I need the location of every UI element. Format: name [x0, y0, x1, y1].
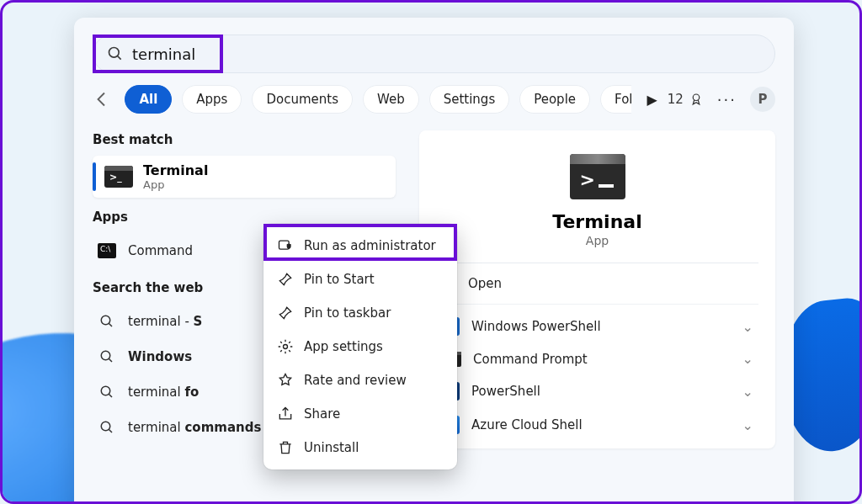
web-result-2-text: Windows	[128, 349, 192, 364]
best-match-subtitle: App	[143, 178, 208, 191]
command-prompt-icon	[98, 243, 116, 258]
rewards-chip[interactable]: 12	[668, 92, 704, 107]
tabs-overflow-icon[interactable]: ▶	[646, 92, 657, 108]
preview-row-cmd[interactable]: >_ Command Prompt ⌄	[439, 343, 755, 374]
preview-app-icon: >	[570, 154, 625, 199]
tab-web[interactable]: Web	[363, 85, 419, 114]
tab-apps[interactable]: Apps	[182, 85, 242, 114]
context-menu: Run as administrator Pin to Start Pin to…	[263, 224, 457, 470]
preview-row-3-label: Azure Cloud Shell	[471, 417, 583, 432]
menu-pin-to-start[interactable]: Pin to Start	[269, 263, 452, 296]
menu-share[interactable]: Share	[269, 397, 452, 431]
avatar-initial: P	[758, 92, 768, 107]
gear-icon	[277, 338, 294, 355]
svg-point-7	[101, 386, 110, 395]
search-result-icon	[99, 314, 114, 329]
search-bar[interactable]	[93, 34, 775, 73]
preview-row-azure[interactable]: Azure Cloud Shell ⌄	[439, 408, 755, 442]
menu-app-settings[interactable]: App settings	[269, 330, 452, 363]
preview-row-1-label: Command Prompt	[473, 352, 588, 367]
pin-icon	[277, 271, 294, 288]
menu-item-label: Pin to taskbar	[304, 305, 391, 321]
background-decoration-right	[784, 294, 862, 457]
chevron-down-icon: ⌄	[742, 351, 753, 367]
pin-icon	[277, 305, 294, 321]
back-arrow-icon[interactable]	[93, 89, 111, 109]
menu-item-label: Run as administrator	[304, 238, 436, 253]
menu-pin-to-taskbar[interactable]: Pin to taskbar	[269, 296, 452, 330]
svg-line-8	[109, 394, 112, 397]
search-input[interactable]	[132, 45, 761, 63]
more-options-icon[interactable]: ···	[717, 91, 737, 109]
preview-open-label: Open	[468, 276, 502, 291]
menu-item-label: App settings	[304, 339, 383, 354]
menu-item-label: Rate and review	[304, 373, 407, 388]
apps-result-label: Command	[128, 243, 193, 258]
preview-title: Terminal	[439, 211, 755, 232]
svg-point-13	[284, 345, 288, 349]
selection-accent	[93, 162, 96, 191]
best-match-title: Terminal	[143, 162, 208, 178]
svg-point-5	[101, 351, 110, 360]
rewards-count: 12	[668, 92, 684, 107]
svg-point-3	[101, 316, 110, 325]
apps-section-label: Apps	[93, 210, 396, 225]
svg-line-1	[118, 56, 121, 60]
search-result-icon	[99, 385, 114, 400]
tab-settings[interactable]: Settings	[429, 85, 510, 114]
preview-subtitle: App	[439, 234, 755, 247]
search-icon	[107, 45, 124, 62]
trash-icon	[277, 439, 294, 456]
web-result-4-text: terminal commands	[128, 420, 261, 435]
svg-point-0	[109, 48, 120, 58]
svg-line-6	[109, 358, 112, 362]
tab-folders[interactable]: Folders	[600, 85, 631, 114]
chevron-down-icon: ⌄	[742, 319, 753, 335]
shield-run-icon	[277, 237, 294, 254]
search-result-icon	[99, 349, 114, 364]
menu-run-as-administrator[interactable]: Run as administrator	[269, 229, 452, 263]
start-search-window: All Apps Documents Web Settings People F…	[74, 18, 794, 504]
preview-card: > Terminal App Open >_ Windows PowerShel…	[419, 130, 775, 448]
best-match-label: Best match	[93, 132, 396, 147]
preview-row-ps[interactable]: >_ PowerShell ⌄	[439, 374, 755, 408]
preview-open[interactable]: Open	[439, 268, 755, 299]
best-match-item[interactable]: >_ Terminal App	[93, 156, 396, 198]
preview-row-2-label: PowerShell	[471, 384, 540, 399]
chevron-down-icon: ⌄	[742, 417, 753, 433]
svg-line-10	[109, 429, 112, 432]
filter-tabs-row: All Apps Documents Web Settings People F…	[74, 73, 794, 114]
search-result-icon	[99, 420, 114, 435]
web-result-3-text: terminal fo	[128, 385, 199, 400]
preview-row-0-label: Windows PowerShell	[471, 319, 601, 334]
preview-column: > Terminal App Open >_ Windows PowerShel…	[419, 120, 775, 448]
menu-rate-and-review[interactable]: Rate and review	[269, 363, 452, 397]
svg-line-4	[109, 323, 112, 326]
menu-item-label: Pin to Start	[304, 272, 375, 287]
svg-point-9	[101, 422, 110, 431]
star-icon	[277, 372, 294, 389]
terminal-app-icon: >_	[104, 166, 133, 188]
rewards-icon	[689, 92, 704, 107]
web-result-1-text: terminal - S	[128, 314, 202, 329]
share-icon	[277, 406, 294, 422]
menu-item-label: Uninstall	[304, 440, 359, 455]
tab-documents[interactable]: Documents	[252, 85, 353, 114]
menu-uninstall[interactable]: Uninstall	[269, 431, 452, 464]
tab-all[interactable]: All	[125, 85, 172, 114]
chevron-down-icon: ⌄	[742, 384, 753, 400]
preview-row-powershell[interactable]: >_ Windows PowerShell ⌄	[439, 310, 755, 343]
avatar[interactable]: P	[750, 87, 775, 112]
tab-people[interactable]: People	[519, 85, 590, 114]
tab-folders-label: Folders	[615, 92, 631, 107]
svg-point-2	[693, 94, 700, 101]
menu-item-label: Share	[304, 406, 340, 422]
